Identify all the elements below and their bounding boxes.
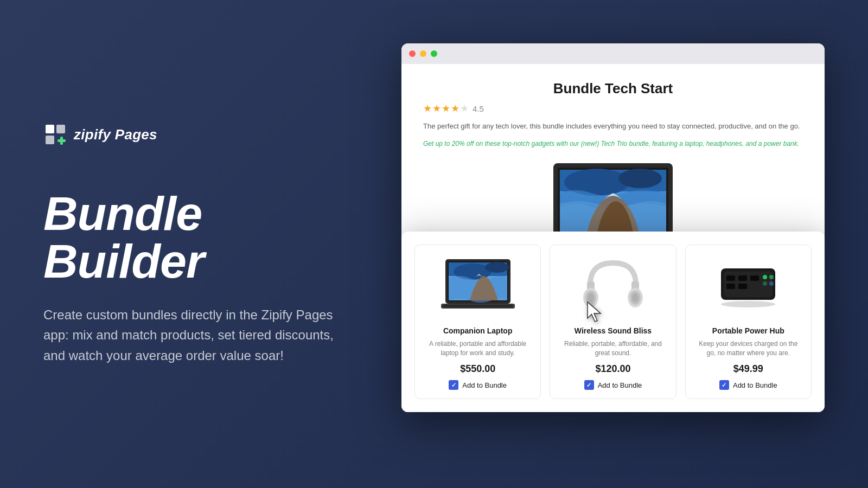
card-powerhub-price: $49.99 [733,363,763,375]
logo-area: zipify Pages [43,123,336,146]
card-headphones-desc: Reliable, portable, affordable, and grea… [559,339,667,358]
svg-point-37 [485,262,509,273]
promo-text: Get up to 20% off on these top-notch gad… [423,139,803,149]
hero-subtitle: Create custom bundles directly in the Zi… [43,305,336,365]
logo-text: zipify Pages [74,126,157,143]
svg-rect-39 [443,305,513,307]
svg-point-58 [769,281,774,286]
card-powerhub-image [710,254,786,319]
browser-maximize-dot[interactable] [431,50,437,57]
browser-close-dot[interactable] [409,50,416,57]
card-powerhub-add-bundle[interactable]: Add to Bundle [719,380,777,390]
svg-rect-50 [726,275,735,281]
svg-point-59 [721,301,775,307]
star-icons: ★★★★★ [423,102,469,114]
svg-point-10 [618,169,662,188]
card-powerhub-title: Portable Power Hub [712,326,784,335]
browser-minimize-dot[interactable] [420,50,426,57]
svg-rect-53 [738,284,747,289]
stars-row: ★★★★★ 4.5 [423,102,803,114]
product-card-laptop: Companion Laptop A reliable, portable an… [414,245,541,399]
svg-rect-2 [46,136,54,144]
bundle-description: The perfect gift for any tech lover, thi… [423,121,803,132]
card-powerhub-desc: Keep your devices charged on the go, no … [694,339,802,358]
card-headphones-image [575,254,651,319]
card-laptop-checkbox[interactable] [449,380,458,390]
card-headphones-price: $120.00 [595,363,630,375]
left-panel: zipify Pages Bundle Builder Create custo… [0,90,380,398]
svg-point-56 [763,281,767,286]
floating-card: Companion Laptop A reliable, portable an… [401,232,825,412]
svg-rect-4 [58,139,66,142]
card-laptop-desc: A reliable, portable and affordable lapt… [424,339,532,358]
svg-rect-0 [46,125,54,133]
page-wrapper: zipify Pages Bundle Builder Create custo… [0,0,868,488]
card-laptop-add-bundle[interactable]: Add to Bundle [449,380,507,390]
svg-point-47 [632,293,639,302]
svg-rect-1 [56,125,65,133]
svg-rect-54 [750,275,759,281]
svg-point-57 [769,275,774,279]
card-headphones-add-bundle[interactable]: Add to Bundle [584,380,642,390]
browser-header [401,43,825,64]
browser-content: Bundle Tech Start ★★★★★ 4.5 The perfect … [401,64,825,412]
hero-title: Bundle Builder [43,190,336,285]
card-laptop-price: $550.00 [460,363,495,375]
card-headphones-title: Wireless Sound Bliss [575,326,652,335]
card-laptop-image [440,254,516,319]
zipify-logo-icon [43,123,67,146]
product-card-powerhub: Portable Power Hub Keep your devices cha… [685,245,812,399]
card-laptop-title: Companion Laptop [443,326,513,335]
svg-rect-52 [738,275,747,281]
svg-point-43 [588,293,594,302]
svg-rect-51 [726,284,735,289]
right-panel: Bundle Tech Start ★★★★★ 4.5 The perfect … [380,0,868,488]
rating-number: 4.5 [473,104,484,113]
browser-window: Bundle Tech Start ★★★★★ 4.5 The perfect … [401,43,825,412]
card-powerhub-checkbox[interactable] [719,380,729,390]
svg-point-55 [763,275,767,279]
bundle-title: Bundle Tech Start [423,80,803,97]
card-headphones-checkbox[interactable] [584,380,594,390]
product-card-headphones: Wireless Sound Bliss Reliable, portable,… [550,245,676,399]
